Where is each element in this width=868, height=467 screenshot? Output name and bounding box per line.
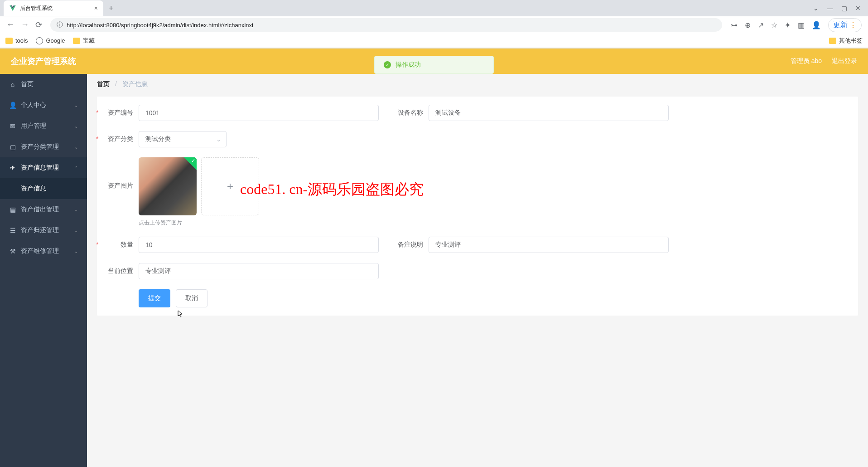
upload-add-button[interactable]: + <box>201 157 259 215</box>
input-quantity[interactable] <box>139 237 379 253</box>
tab-bar: 后台管理系统 × + ⌄ — ▢ ✕ <box>0 0 868 16</box>
label-asset-no: 资产编号 <box>101 109 133 117</box>
header-right: 管理员 abo 退出登录 <box>791 57 857 65</box>
sidebar-item-category[interactable]: ▢ 资产分类管理 ⌄ <box>0 136 87 157</box>
sidebar-item-return[interactable]: ☰ 资产归还管理 ⌄ <box>0 220 87 241</box>
update-button[interactable]: 更新 <box>828 18 862 32</box>
input-device-name[interactable] <box>429 105 669 121</box>
check-icon: ✓ <box>384 61 391 68</box>
url-box[interactable]: ⓘ http://localhost:8080/springboot4j9k2/… <box>50 18 722 32</box>
browser-tab[interactable]: 后台管理系统 × <box>4 0 103 16</box>
check-icon <box>184 157 197 170</box>
extensions-icon[interactable]: ✦ <box>785 21 791 29</box>
main-content: 首页 / 资产信息 资产编号 设备名称 资产分类 测试分类 <box>87 74 868 467</box>
chevron-down-icon: ⌄ <box>74 207 78 212</box>
breadcrumb: 首页 / 资产信息 <box>87 74 868 95</box>
key-icon[interactable]: ⊶ <box>730 21 738 29</box>
sidebar-subitem-asset-info[interactable]: 资产信息 <box>0 178 87 199</box>
new-tab-button[interactable]: + <box>103 4 119 13</box>
share-icon[interactable]: ↗ <box>758 21 764 29</box>
maximize-icon[interactable]: ▢ <box>841 5 847 12</box>
dropdown-icon[interactable]: ⌄ <box>813 5 819 12</box>
app-header: 企业资产管理系统 ✓ 操作成功 管理员 abo 退出登录 <box>0 49 868 74</box>
bookmark-tools[interactable]: tools <box>5 37 28 44</box>
input-location[interactable] <box>139 263 379 279</box>
search-icon[interactable]: ⊕ <box>745 21 751 29</box>
layout: ⌂ 首页 👤 个人中心 ⌄ ✉ 用户管理 ⌄ ▢ 资产分类管理 ⌄ ✈ 资产信息… <box>0 74 868 467</box>
select-category[interactable]: 测试分类 <box>139 131 227 147</box>
label-device-name: 设备名称 <box>391 109 423 117</box>
browser-chrome: 后台管理系统 × + ⌄ — ▢ ✕ ← → ⟳ ⓘ http://localh… <box>0 0 868 49</box>
select-value: 测试分类 <box>145 135 171 143</box>
sidebar-item-asset-info[interactable]: ✈ 资产信息管理 ⌃ <box>0 157 87 178</box>
upload-list: + <box>139 157 259 215</box>
address-bar: ← → ⟳ ⓘ http://localhost:8080/springboot… <box>0 16 868 34</box>
reload-icon[interactable]: ⟳ <box>35 20 42 30</box>
form-item-category: 资产分类 测试分类 <box>97 131 387 147</box>
form-item-quantity: 数量 <box>97 237 387 253</box>
breadcrumb-current: 资产信息 <box>122 80 148 88</box>
bookmark-google[interactable]: Google <box>36 37 65 44</box>
form-item-asset-no: 资产编号 <box>97 105 387 121</box>
label-location: 当前位置 <box>101 267 133 275</box>
stack-icon: ☰ <box>9 227 16 234</box>
sidebar-item-profile[interactable]: 👤 个人中心 ⌄ <box>0 95 87 116</box>
list-icon: ▤ <box>9 206 16 213</box>
home-icon: ⌂ <box>9 81 16 88</box>
panel-icon[interactable]: ▥ <box>798 21 805 29</box>
form-card: 资产编号 设备名称 资产分类 测试分类 资产图片 <box>97 97 858 316</box>
app-title: 企业资产管理系统 <box>11 56 76 67</box>
sidebar-item-home[interactable]: ⌂ 首页 <box>0 74 87 95</box>
bookmark-other[interactable]: 其他书签 <box>829 37 863 45</box>
user-icon: 👤 <box>9 102 16 109</box>
tab-title: 后台管理系统 <box>20 5 91 12</box>
label-quantity: 数量 <box>101 241 133 249</box>
sidebar-item-repair[interactable]: ⚒ 资产维修管理 ⌄ <box>0 241 87 262</box>
nav-buttons: ← → ⟳ <box>4 20 45 30</box>
chevron-down-icon: ⌄ <box>74 249 78 254</box>
chevron-down-icon: ⌄ <box>74 103 78 108</box>
close-window-icon[interactable]: ✕ <box>855 5 861 12</box>
sidebar-item-lend[interactable]: ▤ 资产借出管理 ⌄ <box>0 199 87 220</box>
window-controls: ⌄ — ▢ ✕ <box>806 5 868 12</box>
bookmark-treasure[interactable]: 宝藏 <box>73 37 95 45</box>
upload-tip: 点击上传资产图片 <box>97 219 858 227</box>
close-icon[interactable]: × <box>94 5 98 12</box>
success-toast: ✓ 操作成功 <box>374 56 494 74</box>
minimize-icon[interactable]: — <box>827 5 833 12</box>
user-label[interactable]: 管理员 abo <box>791 57 822 65</box>
form-item-location: 当前位置 <box>97 263 387 279</box>
form-item-device-name: 设备名称 <box>387 105 858 121</box>
chevron-down-icon: ⌄ <box>74 124 78 129</box>
input-asset-no[interactable] <box>139 105 379 121</box>
uploaded-image[interactable] <box>139 157 197 215</box>
logout-link[interactable]: 退出登录 <box>832 57 857 65</box>
mail-icon: ✉ <box>9 122 16 130</box>
bookmark-icon[interactable]: ☆ <box>771 21 777 29</box>
box-icon: ▢ <box>9 143 16 151</box>
url-text: http://localhost:8080/springboot4j9k2/ad… <box>67 22 716 29</box>
input-remark[interactable] <box>429 237 669 253</box>
sidebar: ⌂ 首页 👤 个人中心 ⌄ ✉ 用户管理 ⌄ ▢ 资产分类管理 ⌄ ✈ 资产信息… <box>0 74 87 467</box>
profile-icon[interactable]: 👤 <box>812 21 821 29</box>
label-category: 资产分类 <box>101 135 133 143</box>
forward-icon[interactable]: → <box>21 20 29 30</box>
wrench-icon: ⚒ <box>9 248 16 255</box>
send-icon: ✈ <box>9 164 16 171</box>
vue-icon <box>9 5 16 12</box>
submit-button[interactable]: 提交 <box>139 289 170 307</box>
chevron-down-icon: ⌄ <box>74 145 78 150</box>
breadcrumb-sep: / <box>115 80 117 88</box>
info-icon[interactable]: ⓘ <box>57 21 63 29</box>
chevron-down-icon: ⌄ <box>74 228 78 233</box>
form-item-remark: 备注说明 <box>387 237 858 253</box>
form-item-image: 资产图片 + <box>97 157 858 215</box>
sidebar-item-user[interactable]: ✉ 用户管理 ⌄ <box>0 116 87 136</box>
breadcrumb-home[interactable]: 首页 <box>97 80 110 88</box>
bookmark-bar: tools Google 宝藏 其他书签 <box>0 34 868 48</box>
back-icon[interactable]: ← <box>6 20 14 30</box>
label-image: 资产图片 <box>101 157 133 190</box>
form-actions: 提交 取消 <box>97 289 858 307</box>
chevron-up-icon: ⌃ <box>74 165 78 170</box>
cancel-button[interactable]: 取消 <box>176 289 207 307</box>
